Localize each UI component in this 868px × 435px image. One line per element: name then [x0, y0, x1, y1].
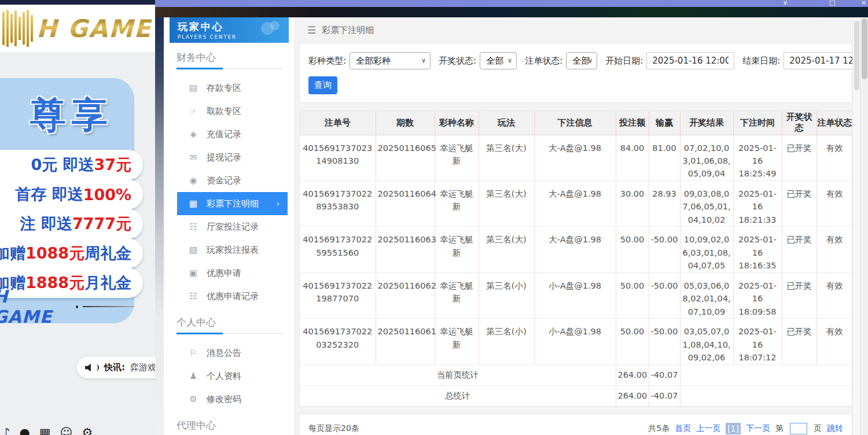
sidebar-item-label: 彩票下注明细	[207, 198, 259, 209]
menu-item-icon: ⚐	[188, 348, 198, 358]
cell-play: 第三名(大)	[479, 180, 534, 226]
window-titlebar: ∨ □ ×	[155, 0, 868, 7]
sidebar-item[interactable]: ◉资金记录	[177, 169, 288, 192]
content-scrollbar[interactable]	[852, 17, 860, 435]
promo-pill[interactable]: 加赠1088元周礼金	[0, 238, 143, 268]
sidebar-item[interactable]: ☞取款专区	[177, 99, 288, 123]
cell-play: 第三名(小)	[479, 319, 534, 364]
cell-period: 20250116063	[376, 227, 435, 272]
promo-pill-list: 0元 即送37元 首存 即送100% 注 即送7777元 加赠1088元周礼金 …	[0, 150, 143, 297]
hamburger-icon[interactable]: ☰	[307, 24, 316, 36]
menu-item-icon: ▣	[188, 268, 198, 278]
column-header: 开奖结果	[680, 111, 733, 135]
lottery-type-label: 彩种类型:	[308, 56, 346, 67]
cell-result: 05,03,06,08,02,01,04,07,10,09	[680, 272, 733, 318]
cell-lottery: 幸运飞艇新	[435, 227, 479, 272]
column-header: 玩法	[479, 111, 534, 135]
sidebar-item[interactable]: ◈充值记录	[177, 123, 288, 146]
cell-lottery: 幸运飞艇新	[435, 135, 479, 180]
column-header: 输赢	[649, 111, 680, 135]
cell-info: 大-A盘@1.98	[534, 227, 616, 272]
cell-bet-status: 有效	[816, 272, 852, 318]
sidebar-item[interactable]: ▨玩家投注报表	[177, 238, 288, 261]
cell-bet-id: 401569173702314908130	[300, 135, 376, 180]
page-jump-input[interactable]	[790, 423, 807, 434]
summary-empty	[680, 364, 852, 385]
chevron-down-icon: ∨	[588, 53, 593, 69]
cell-lottery: 幸运飞艇新	[435, 319, 479, 364]
cell-amount: 50.00	[616, 319, 649, 364]
gamepad-icon	[261, 21, 281, 35]
jump-suffix: 页	[814, 423, 822, 434]
draw-status-select[interactable]: 全部∨	[480, 52, 517, 69]
breadcrumb: ☰ 彩票下注明细	[299, 17, 852, 43]
menu-item-icon: ◉	[188, 175, 198, 186]
bet-status-select[interactable]: 全部∨	[566, 52, 597, 69]
taskbar-icon[interactable]: ♪	[2, 426, 10, 435]
chevron-down-icon: ∨	[507, 53, 512, 69]
scrollbar-thumb[interactable]	[854, 21, 859, 90]
table-header-row: 注单号期数彩种名称玩法下注信息投注额输赢开奖结果下注时间开奖状态注单状态	[300, 111, 852, 135]
cell-time: 2025-01-16 18:07:12	[733, 319, 782, 364]
promo-pill[interactable]: 注 即送7777元	[0, 209, 143, 239]
summary-label: 当前页统计	[300, 364, 616, 385]
per-page-label: 每页显示20条	[308, 423, 359, 434]
taskbar-icon[interactable]: ☺	[60, 426, 73, 435]
sidebar-item[interactable]: ⚐消息公告	[177, 341, 288, 364]
menu-item-icon: ▨	[188, 245, 198, 255]
cell-play: 第三名(小)	[479, 272, 534, 318]
sidebar-item[interactable]: ☷优惠申请记录	[177, 285, 288, 308]
cell-draw-status: 已开奖	[782, 319, 816, 364]
cell-time: 2025-01-16 18:21:33	[733, 180, 782, 226]
draw-status-label: 开奖状态:	[439, 56, 476, 67]
minimize-icon[interactable]: ∨	[783, 0, 788, 7]
sidebar-item[interactable]: ▦彩票下注明细›	[177, 192, 288, 215]
jump-link[interactable]: 跳转	[827, 423, 843, 434]
cell-time: 2025-01-16 18:25:49	[733, 135, 782, 180]
total-count: 共5条	[648, 423, 670, 434]
cell-info: 大-A盘@1.98	[534, 135, 616, 180]
section-underline	[176, 68, 283, 69]
sidebar-header: 玩家中心 PLAYERS CENTER	[170, 17, 289, 43]
taskbar-icon[interactable]: ▦	[39, 426, 51, 435]
cell-info: 大-A盘@1.98	[534, 180, 616, 226]
scrollbar-thumb[interactable]	[862, 19, 867, 79]
cell-result: 10,09,02,06,03,01,08,04,07,05	[680, 227, 733, 272]
prev-page-link[interactable]: 上一页	[696, 423, 720, 434]
logo-barcode-icon	[2, 10, 33, 47]
cell-lottery: 幸运飞艇新	[435, 272, 479, 318]
section-title-finance: 财务中心	[176, 51, 295, 64]
window-scrollbar[interactable]	[860, 17, 868, 435]
sidebar-item[interactable]: ♟个人资料	[177, 364, 288, 388]
cell-bet-id: 401569173702289353830	[300, 180, 376, 226]
maximize-icon[interactable]: □	[829, 0, 835, 7]
background-site: H GAME 尊享 0元 即送37元 首存 即送100% 注 即送7777元 加…	[0, 0, 155, 435]
sidebar-item[interactable]: ▣优惠申请	[177, 261, 288, 285]
close-icon[interactable]: ×	[861, 0, 866, 7]
first-page-link[interactable]: 首页	[675, 423, 691, 434]
page-title: 彩票下注明细	[322, 25, 374, 36]
sidebar-item-label: 消息公告	[207, 348, 241, 359]
taskbar-icon[interactable]: ●	[19, 426, 30, 435]
promo-pill[interactable]: 首存 即送100%	[0, 179, 143, 209]
column-header: 彩种名称	[435, 111, 479, 135]
sidebar-item[interactable]: ☷厅室投注记录	[177, 215, 288, 238]
sidebar-item[interactable]: ▤存款专区	[177, 76, 288, 99]
sidebar-item[interactable]: ⚙修改密码	[177, 388, 288, 411]
taskbar-icon[interactable]: ⚙	[82, 426, 93, 435]
logo-text: H GAME	[36, 14, 152, 43]
end-date-label: 结束日期:	[742, 56, 780, 67]
sidebar-item[interactable]: ✉提现记录	[177, 146, 288, 169]
cell-winloss: -50.00	[649, 227, 680, 272]
next-page-link[interactable]: 下一页	[746, 423, 770, 434]
vip-promo-panel: 尊享 0元 即送37元 首存 即送100% 注 即送7777元 加赠1088元周…	[0, 78, 134, 323]
sidebar-item-label: 玩家投注报表	[207, 245, 259, 256]
start-date-input[interactable]	[646, 52, 734, 69]
lottery-type-select[interactable]: 全部彩种∨	[350, 52, 431, 69]
cell-bet-id: 401569173702259551560	[300, 227, 376, 272]
query-button[interactable]: 查询	[308, 76, 337, 94]
summary-empty	[680, 385, 852, 406]
cell-play: 第三名(大)	[479, 227, 534, 272]
promo-pill[interactable]: 0元 即送37元	[0, 150, 143, 180]
cell-winloss: 81.00	[649, 135, 680, 180]
